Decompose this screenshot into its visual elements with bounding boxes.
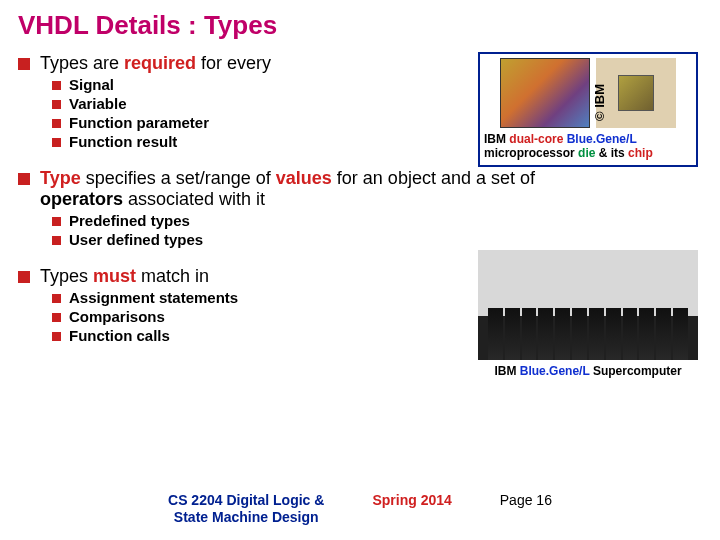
section-type-specifies: Type specifies a set/range of values for…: [18, 168, 702, 248]
figure-supercomputer: IBM Blue.Gene/L Supercomputer: [478, 250, 698, 378]
sub-item: Predefined types: [69, 212, 190, 229]
supercomputer-image: [478, 250, 698, 360]
slide-title: VHDL Details : Types: [18, 10, 702, 41]
footer-semester: Spring 2014: [372, 492, 451, 508]
figure-chip: IBM dual-core Blue.Gene/L microprocessor…: [478, 52, 698, 167]
footer-page: Page 16: [500, 492, 552, 508]
sub-item: Function result: [69, 133, 177, 150]
sub-item: Signal: [69, 76, 114, 93]
bullet-icon: [52, 119, 61, 128]
bullet-icon: [18, 58, 30, 70]
section1-lead: Types are required for every: [40, 53, 271, 74]
die-image: [500, 58, 590, 128]
slide-footer: CS 2204 Digital Logic &State Machine Des…: [0, 492, 720, 526]
bullet-icon: [52, 313, 61, 322]
bullet-icon: [18, 271, 30, 283]
section3-lead: Types must match in: [40, 266, 209, 287]
figure-supercomputer-caption: IBM Blue.Gene/L Supercomputer: [478, 364, 698, 378]
sub-item: Function calls: [69, 327, 170, 344]
bullet-icon: [52, 236, 61, 245]
section-types-match: Types must match in Assignment statement…: [18, 266, 438, 344]
sub-item: Comparisons: [69, 308, 165, 325]
bullet-icon: [52, 138, 61, 147]
bullet-icon: [52, 100, 61, 109]
sub-item: Assignment statements: [69, 289, 238, 306]
section2-lead: Type specifies a set/range of values for…: [40, 168, 535, 210]
package-image: [596, 58, 676, 128]
bullet-icon: [18, 173, 30, 185]
figure-chip-caption: IBM dual-core Blue.Gene/L microprocessor…: [484, 132, 692, 161]
bullet-icon: [52, 294, 61, 303]
ibm-credit: © IBM: [592, 84, 607, 121]
bullet-icon: [52, 217, 61, 226]
sub-item: Function parameter: [69, 114, 209, 131]
bullet-icon: [52, 332, 61, 341]
sub-item: User defined types: [69, 231, 203, 248]
footer-course: CS 2204 Digital Logic &State Machine Des…: [168, 492, 324, 526]
sub-item: Variable: [69, 95, 127, 112]
section-types-required: Types are required for every Signal Vari…: [18, 53, 438, 150]
bullet-icon: [52, 81, 61, 90]
